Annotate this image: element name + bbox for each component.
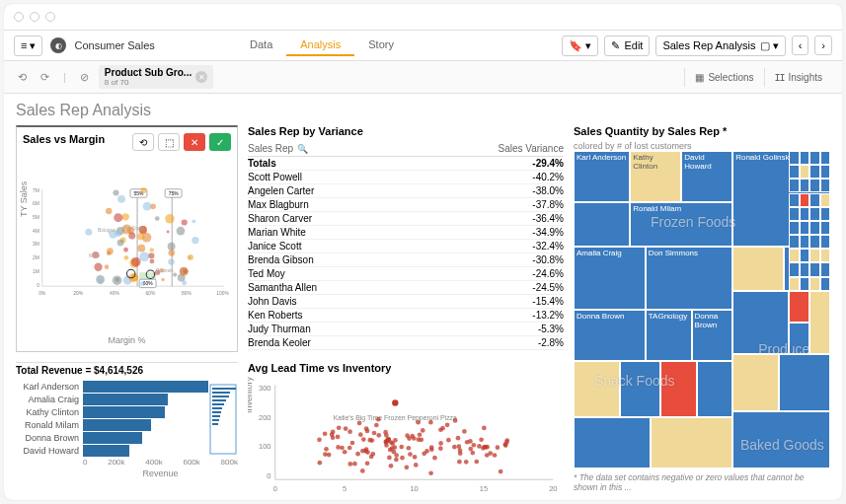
tab-analysis[interactable]: Analysis: [286, 35, 354, 56]
treemap-cell[interactable]: [789, 165, 799, 179]
table-row[interactable]: Ken Roberts-13.2%: [248, 309, 564, 323]
treemap-cell[interactable]: [789, 235, 799, 249]
treemap-cell[interactable]: [660, 361, 696, 418]
treemap-chart[interactable]: Karl AndersonKathy ClintonDavid HowardRo…: [574, 151, 830, 468]
treemap-cell[interactable]: [789, 179, 799, 192]
treemap-cell[interactable]: [820, 249, 830, 262]
filter-chip-close-icon[interactable]: ✕: [195, 71, 207, 83]
treemap-cell[interactable]: [620, 361, 661, 418]
treemap-cell[interactable]: [809, 235, 819, 249]
treemap-cell[interactable]: [779, 354, 830, 411]
treemap-cell[interactable]: [800, 193, 809, 207]
treemap-cell[interactable]: [789, 323, 809, 354]
table-row[interactable]: Sharon Carver-36.4%: [248, 212, 564, 226]
table-row[interactable]: John Davis-15.4%: [248, 295, 564, 309]
treemap-cell[interactable]: [800, 249, 809, 262]
treemap-cell[interactable]: [789, 262, 799, 276]
treemap-cell[interactable]: [789, 291, 809, 323]
treemap-cell[interactable]: [574, 202, 630, 247]
table-row[interactable]: Max Blagburn-37.8%: [248, 198, 564, 212]
nav-next-button[interactable]: ›: [814, 36, 832, 55]
treemap-cell[interactable]: [809, 207, 819, 221]
edit-button[interactable]: ✎ Edit: [604, 36, 650, 56]
treemap-cell[interactable]: [574, 417, 651, 468]
treemap-cell[interactable]: [809, 151, 819, 165]
treemap-cell[interactable]: [809, 277, 819, 291]
table-row[interactable]: Scott Powell-40.2%: [248, 171, 564, 184]
treemap-cell[interactable]: [732, 291, 789, 354]
bar-row[interactable]: Amalia Craig: [16, 394, 238, 405]
table-row[interactable]: Judy Thurman-5.3%: [248, 323, 564, 336]
treemap-cell[interactable]: [789, 249, 799, 262]
table-row[interactable]: Totals-29.4%: [248, 157, 564, 171]
leadtime-chart[interactable]: Inventory 3002001000 Katie's Big Time Fr…: [248, 378, 564, 492]
col-rep[interactable]: Sales Rep: [248, 143, 293, 154]
treemap-cell[interactable]: [809, 193, 819, 207]
tab-selections[interactable]: ▦ Selections: [684, 68, 763, 87]
maximize-window-icon[interactable]: [45, 12, 55, 22]
treemap-cell[interactable]: [809, 291, 830, 354]
treemap-cell[interactable]: [800, 179, 809, 192]
minimize-window-icon[interactable]: [30, 12, 39, 22]
treemap-cell[interactable]: [697, 361, 732, 418]
treemap-cell[interactable]: [809, 249, 819, 262]
treemap-cell[interactable]: [651, 417, 732, 468]
treemap-cell[interactable]: [789, 207, 799, 221]
table-row[interactable]: Marian White-34.9%: [248, 226, 564, 240]
treemap-cell[interactable]: [789, 151, 799, 165]
treemap-cell[interactable]: Ronald Milam: [630, 202, 732, 247]
clear-selections-icon[interactable]: ⊘: [76, 69, 93, 86]
sheet-dropdown[interactable]: Sales Rep Analysis ▢ ▾: [655, 36, 785, 56]
treemap-cell[interactable]: [732, 247, 784, 291]
close-window-icon[interactable]: [14, 12, 24, 22]
svm-chart[interactable]: TY Sales 7M6M5M4M3M2M1M0 55% 75% 60% Bol…: [23, 149, 231, 333]
col-var[interactable]: Sales Variance: [498, 143, 564, 154]
treemap-cell[interactable]: [809, 179, 819, 192]
treemap-cell[interactable]: Kathy Clinton: [630, 151, 681, 202]
treemap-cell[interactable]: [789, 221, 799, 235]
treemap-cell[interactable]: [820, 179, 830, 192]
treemap-cell[interactable]: [800, 221, 809, 235]
treemap-cell[interactable]: [809, 165, 819, 179]
nav-prev-button[interactable]: ‹: [792, 36, 809, 55]
treemap-cell[interactable]: TAGnology: [646, 310, 692, 361]
treemap-cell[interactable]: [809, 221, 819, 235]
table-row[interactable]: Janice Scott-32.4%: [248, 240, 564, 253]
treemap-cell[interactable]: [820, 235, 830, 249]
treemap-cell[interactable]: Amalia Craig: [574, 247, 646, 310]
treemap-cell[interactable]: Karl Anderson: [574, 151, 630, 202]
treemap-cell[interactable]: [820, 193, 830, 207]
treemap-cell[interactable]: [800, 277, 809, 291]
treemap-cell[interactable]: [732, 354, 779, 411]
treemap-cell[interactable]: [820, 262, 830, 276]
bar-row[interactable]: David Howard: [16, 445, 238, 457]
table-row[interactable]: Brenda Gibson-30.8%: [248, 253, 564, 267]
treemap-cell[interactable]: [800, 262, 809, 276]
treemap-cell[interactable]: [820, 207, 830, 221]
treemap-cell[interactable]: [820, 277, 830, 291]
treemap-cell[interactable]: [800, 235, 809, 249]
table-row[interactable]: Samantha Allen-24.5%: [248, 281, 564, 295]
bookmark-button[interactable]: 🔖 ▾: [562, 36, 598, 56]
treemap-cell[interactable]: [800, 207, 809, 221]
bar-row[interactable]: Kathy Clinton: [16, 406, 238, 418]
bar-row[interactable]: Donna Brown: [16, 432, 238, 444]
bar-row[interactable]: Karl Anderson: [16, 381, 238, 393]
treemap-cell[interactable]: [809, 262, 819, 276]
treemap-cell[interactable]: [800, 151, 809, 165]
selection-forward-icon[interactable]: ⟳: [37, 69, 53, 86]
treemap-cell[interactable]: [820, 165, 830, 179]
tab-insights[interactable]: ⵊⵊ Insights: [764, 68, 832, 87]
treemap-cell[interactable]: [789, 193, 799, 207]
revenue-chart[interactable]: Karl AndersonAmalia CraigKathy ClintonRo…: [16, 380, 238, 458]
table-row[interactable]: Brenda Keoler-2.8%: [248, 336, 564, 350]
treemap-cell[interactable]: [732, 411, 830, 468]
treemap-cell[interactable]: [820, 221, 830, 235]
bar-row[interactable]: Ronald Milam: [16, 419, 238, 431]
menu-dropdown[interactable]: ≡ ▾: [14, 36, 42, 56]
search-icon[interactable]: 🔍: [297, 144, 308, 154]
treemap-cell[interactable]: Don Simmons: [646, 247, 732, 310]
treemap-cell[interactable]: Donna Brown: [574, 310, 646, 361]
treemap-cell[interactable]: Donna Brown: [692, 310, 733, 361]
table-row[interactable]: Angelen Carter-38.0%: [248, 184, 564, 198]
